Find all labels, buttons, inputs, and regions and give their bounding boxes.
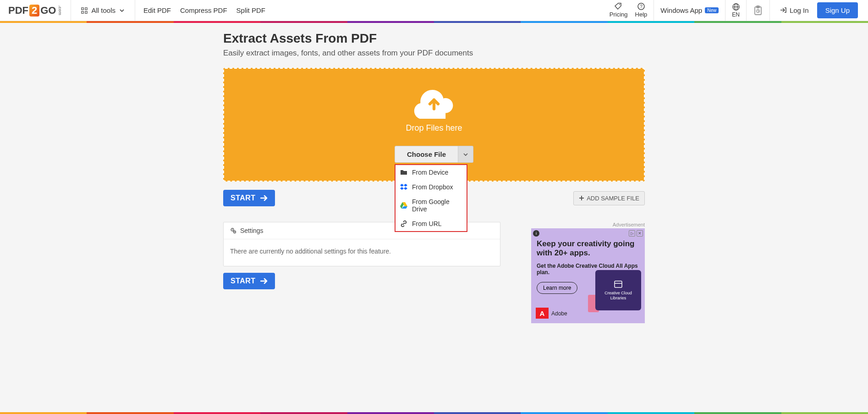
dropdown-label: From Device	[412, 169, 448, 176]
nav-link-edit-pdf[interactable]: Edit PDF	[143, 6, 171, 14]
lang-code: EN	[732, 11, 740, 18]
ad-close-icon[interactable]: ✕	[637, 230, 643, 237]
dropdown-item-dropbox[interactable]: From Dropbox	[396, 180, 467, 194]
globe-icon	[732, 3, 740, 11]
body-row: Settings There are currently no addition…	[223, 222, 645, 323]
svg-point-17	[232, 229, 233, 230]
svg-rect-19	[615, 281, 622, 287]
start-button-bottom[interactable]: START	[223, 273, 275, 289]
ad-adchoices-icon[interactable]: ▷	[629, 230, 635, 237]
cloud-upload-icon	[413, 87, 455, 119]
drop-text: Drop Files here	[406, 123, 462, 133]
svg-point-18	[234, 232, 235, 232]
folder-icon	[400, 169, 407, 176]
clipboard-icon	[753, 6, 763, 16]
ad-column: Advertisement i ▷ ✕ Keep your creativity…	[514, 222, 645, 323]
page-subtitle: Easily extract images, fonts, and other …	[223, 49, 645, 58]
ad-visual-card: Creative Cloud Libraries	[595, 270, 641, 310]
logo-suffix: .com	[58, 6, 62, 15]
logo-part-go: GO	[40, 5, 56, 17]
gdrive-icon	[400, 202, 407, 209]
dropdown-label: From Dropbox	[412, 183, 453, 191]
ad-cta-button[interactable]: Learn more	[537, 282, 577, 294]
dropdown-item-url[interactable]: From URL	[396, 216, 467, 231]
choose-file-button[interactable]: Choose File	[395, 146, 458, 163]
chevron-down-icon	[119, 8, 125, 13]
dropdown-item-gdrive[interactable]: From Google Drive	[396, 194, 467, 216]
advertisement[interactable]: i ▷ ✕ Keep your creativity going with 20…	[531, 228, 645, 323]
top-header: PDF 2 GO .com All tools Edit PDF Compres…	[0, 0, 868, 21]
svg-rect-3	[85, 11, 87, 13]
svg-rect-2	[82, 11, 83, 13]
logo-part-2: 2	[29, 5, 39, 17]
settings-heading: Settings	[240, 227, 264, 234]
svg-text:?: ?	[640, 4, 643, 9]
svg-rect-0	[82, 7, 83, 9]
start-label: START	[231, 277, 256, 285]
add-sample-label: ADD SAMPLE FILE	[587, 195, 639, 202]
question-icon: ?	[637, 3, 645, 10]
gears-icon	[230, 227, 236, 234]
ad-info-icon[interactable]: i	[533, 230, 539, 237]
all-tools-menu[interactable]: All tools	[71, 0, 135, 21]
adobe-brand-text: Adobe	[551, 310, 567, 317]
svg-rect-1	[85, 7, 87, 9]
all-tools-label: All tools	[91, 6, 115, 14]
settings-body: There are currently no additional settin…	[224, 239, 500, 266]
signup-button[interactable]: Sign Up	[817, 2, 858, 18]
logo-part-pdf: PDF	[8, 5, 28, 17]
svg-line-14	[758, 11, 759, 11]
chevron-down-icon	[463, 152, 468, 157]
dropdown-label: From URL	[412, 220, 442, 227]
header-right: Pricing ? Help Windows App New EN Log In…	[603, 0, 868, 21]
link-icon	[400, 220, 407, 227]
nav-link-split-pdf[interactable]: Split PDF	[236, 6, 265, 14]
nav-links: Edit PDF Compress PDF Split PDF	[135, 6, 265, 14]
grid-icon	[81, 7, 88, 14]
pricing-label: Pricing	[610, 11, 628, 18]
ad-label: Advertisement	[514, 222, 645, 227]
help-label: Help	[635, 11, 648, 18]
add-sample-button[interactable]: ADD SAMPLE FILE	[573, 191, 645, 205]
login-label: Log In	[790, 6, 809, 14]
site-logo[interactable]: PDF 2 GO .com	[0, 0, 71, 21]
platform-label: Windows App	[660, 6, 702, 14]
adobe-logo: A	[536, 308, 549, 319]
language-selector[interactable]: EN	[725, 0, 747, 21]
svg-point-4	[619, 4, 620, 5]
arrow-right-icon	[260, 278, 268, 284]
ad-controls: ▷ ✕	[629, 230, 643, 237]
pricing-help-group: Pricing ? Help	[603, 0, 654, 21]
main-container: Extract Assets From PDF Easily extract i…	[223, 23, 645, 323]
dropdown-label: From Google Drive	[412, 198, 462, 213]
drop-zone[interactable]: Drop Files here Choose File From Device …	[223, 68, 645, 182]
plus-icon	[579, 195, 584, 201]
login-icon	[780, 7, 787, 14]
new-badge: New	[705, 7, 719, 13]
dropbox-icon	[400, 183, 407, 191]
clipboard-button[interactable]	[747, 0, 770, 21]
tag-icon	[615, 3, 623, 10]
ad-headline: Keep your creativity going with 20+ apps…	[537, 239, 639, 258]
start-label: START	[231, 194, 256, 202]
choose-file-dropdown-toggle[interactable]	[458, 146, 473, 163]
page-title: Extract Assets From PDF	[223, 31, 645, 46]
windows-app-link[interactable]: Windows App New	[654, 0, 725, 21]
choose-file-group: Choose File From Device From Dropbox Fro…	[395, 146, 473, 163]
dropdown-item-device[interactable]: From Device	[396, 165, 467, 180]
help-link[interactable]: ? Help	[635, 3, 648, 18]
arrow-right-icon	[260, 195, 268, 201]
login-link[interactable]: Log In	[780, 6, 809, 14]
file-source-dropdown: From Device From Dropbox From Google Dri…	[395, 164, 467, 232]
ad-card-text: Creative Cloud Libraries	[598, 291, 638, 301]
nav-link-compress-pdf[interactable]: Compress PDF	[180, 6, 227, 14]
auth-group: Log In Sign Up	[770, 2, 868, 18]
pricing-link[interactable]: Pricing	[610, 3, 628, 18]
libraries-icon	[614, 280, 623, 289]
start-button[interactable]: START	[223, 190, 275, 206]
